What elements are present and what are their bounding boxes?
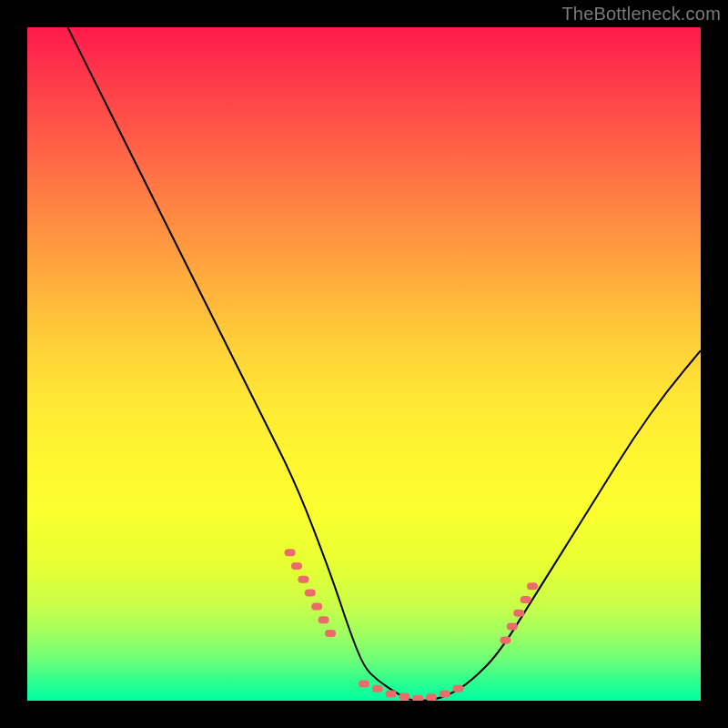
highlight-notch	[318, 616, 329, 623]
highlight-notch	[453, 685, 464, 693]
highlight-notch	[426, 693, 437, 701]
highlight-notch	[291, 562, 302, 570]
highlight-notch	[399, 693, 410, 701]
highlight-notch	[507, 623, 518, 631]
highlight-notch	[386, 691, 397, 698]
highlight-notch	[311, 602, 322, 610]
highlight-notches	[285, 549, 538, 701]
highlight-notch	[440, 691, 450, 698]
highlight-notch	[521, 596, 531, 603]
highlight-notch	[527, 582, 538, 590]
highlight-notch	[513, 610, 524, 617]
highlight-notch	[359, 681, 369, 688]
highlight-notch	[285, 549, 296, 556]
highlight-notch	[500, 636, 511, 643]
highlight-notch	[372, 685, 383, 693]
highlight-notch	[298, 576, 308, 583]
bottleneck-curve	[67, 27, 701, 701]
highlight-notch	[325, 630, 336, 637]
plot-area	[27, 27, 701, 701]
highlight-notch	[412, 695, 423, 701]
chart-frame: TheBottleneck.com	[0, 0, 728, 728]
highlight-notch	[305, 590, 316, 597]
watermark-text: TheBottleneck.com	[561, 4, 721, 25]
curve-svg	[27, 27, 701, 701]
